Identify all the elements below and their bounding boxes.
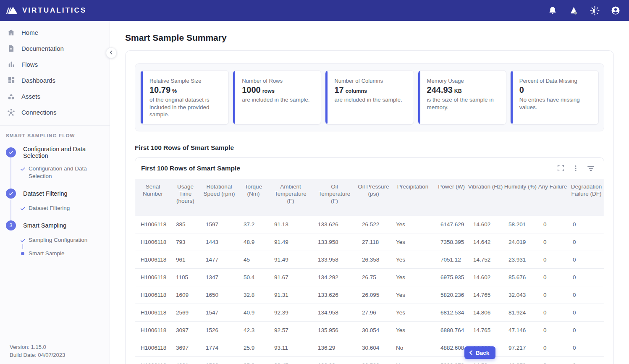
grid-cell: 3097 — [170, 322, 200, 339]
grid-cell: 91.31 — [269, 286, 312, 304]
grid-row[interactable]: H1006118793144348.991.49133.95827.118Yes… — [135, 233, 604, 251]
flow-step-head[interactable]: Configuration and Data Selection — [6, 146, 105, 159]
grid-row[interactable]: H10061183097152642.392.57135.95630.054Ye… — [135, 322, 604, 339]
flow-step: Configuration and Data Selection Configu… — [6, 146, 105, 189]
system-status-icon[interactable] — [569, 5, 579, 16]
grid-cell: 25.8 — [238, 357, 269, 364]
grid-cell: 0 — [567, 322, 604, 339]
grid-row[interactable]: H10061181105134750.491.67134.29226.75Yes… — [135, 269, 604, 286]
grid-cell: 0 — [567, 269, 604, 286]
grid-column-header[interactable]: Degradation Failure (DF) — [567, 179, 604, 216]
shapes-icon — [7, 92, 16, 101]
fullscreen-icon[interactable] — [556, 164, 565, 173]
grid-cell: 0 — [567, 286, 604, 304]
grid-column-header[interactable]: Power (W) — [435, 179, 468, 216]
sidebar-item-home[interactable]: Home — [0, 24, 110, 40]
stat-accent-bar — [511, 71, 513, 124]
step-check-icon — [6, 189, 16, 199]
flow-substep[interactable]: Smart Sample — [19, 250, 105, 257]
flow-substep[interactable]: Dataset Filtering — [19, 204, 105, 212]
stat-unit: columns — [346, 88, 367, 94]
grid-cell: 2569 — [170, 304, 200, 322]
substep-check-icon — [19, 205, 26, 212]
grid-cell: 42.3 — [238, 322, 269, 339]
grid-cell: 26.095 — [356, 286, 391, 304]
grid-cell: 6147.629 — [435, 216, 468, 233]
grid-column-header[interactable]: Oil Pressure (psi) — [356, 179, 391, 216]
grid-column-header[interactable]: Usage Time (hours) — [170, 179, 200, 216]
stat-accent-bar — [141, 71, 143, 124]
stat-value: 10.79 — [149, 85, 170, 95]
grid-row[interactable]: H10061183697177425.993.11136.2930.604No4… — [135, 339, 604, 357]
back-button[interactable]: Back — [464, 346, 495, 359]
flow-substep[interactable]: Sampling Configuration — [19, 236, 105, 244]
grid-cell: Yes — [391, 251, 435, 269]
sidebar-item-documentation[interactable]: Documentation — [0, 40, 110, 56]
grid-cell: 5820.236 — [435, 286, 468, 304]
table-section-heading: First 100 Rows of Smart Sample — [135, 144, 604, 152]
grid-cell: 0 — [567, 304, 604, 322]
grid-column-header[interactable]: Vibration (Hz) — [468, 179, 503, 216]
grid-column-header[interactable]: Any Failure — [538, 179, 567, 216]
version-text: Version: 1.15.0 — [10, 343, 65, 351]
grid-column-header[interactable]: Precipitation — [391, 179, 435, 216]
chevron-left-icon — [469, 350, 473, 355]
sidebar-item-dashboards[interactable]: Dashboards — [0, 72, 110, 88]
grid-cell: 81.924 — [503, 304, 538, 322]
hub-icon — [7, 108, 16, 117]
grid-cell: 0 — [538, 286, 567, 304]
sidebar-item-assets[interactable]: Assets — [0, 88, 110, 104]
stat-value: 17 — [334, 85, 343, 95]
grid-cell: Yes — [391, 233, 435, 251]
grid-row[interactable]: H10061181609165032.891.31133.62626.095Ye… — [135, 286, 604, 304]
grid-cell: 6812.534 — [435, 304, 468, 322]
notifications-icon[interactable] — [548, 5, 558, 16]
flow-step-label: Smart Sampling — [23, 222, 66, 229]
more-vert-icon[interactable] — [571, 164, 580, 173]
sidebar-item-flows[interactable]: Flows — [0, 56, 110, 72]
grid-cell: 25.9 — [238, 339, 269, 357]
virtualitics-logo[interactable]: VIRTUALITICS — [6, 5, 86, 16]
sidebar-collapse-button[interactable] — [106, 47, 117, 58]
grid-cell: 24.019 — [503, 233, 538, 251]
grid-cell: 0 — [538, 357, 567, 364]
stat-value: 1000 — [242, 85, 261, 95]
grid-column-header[interactable]: Torque (Nm) — [238, 179, 269, 216]
grid-cell: H1006118 — [135, 269, 170, 286]
filter-icon[interactable] — [586, 164, 595, 173]
sidebar: HomeDocumentationFlowsDashboardsAssetsCo… — [0, 21, 110, 364]
grid-row[interactable]: H100611896114774591.49133.95826.358Yes70… — [135, 251, 604, 269]
stat-description: are included in the sample. — [334, 96, 406, 104]
grid-cell: 40.9 — [238, 304, 269, 322]
grid-cell: 3697 — [170, 339, 200, 357]
account-icon[interactable] — [611, 5, 621, 16]
sidebar-item-label: Home — [21, 29, 38, 36]
stat-card: Number of Rows 1000rows are included in … — [233, 70, 321, 125]
stat-label: Relative Sample Size — [149, 78, 222, 84]
grid-row[interactable]: H1006118385159737.291.13133.62626.522Yes… — [135, 216, 604, 233]
grid-cell: 14.642 — [468, 233, 503, 251]
grid-column-header[interactable]: Ambient Temperature (F) — [269, 179, 312, 216]
grid-column-header[interactable]: Humidity (%) — [503, 179, 538, 216]
grid-row[interactable]: H10061184001156625.893.47136.0930.583No5… — [135, 357, 604, 364]
grid-row[interactable]: H10061182569154740.992.39134.95827.96Yes… — [135, 304, 604, 322]
logo-triangle-icon — [6, 5, 18, 16]
grid-cell: 32.043 — [503, 286, 538, 304]
flow-step-head[interactable]: Dataset Filtering — [6, 189, 105, 199]
grid-column-header[interactable]: Oil Temperature (F) — [312, 179, 356, 216]
stats-panel: Relative Sample Size 10.79% of the origi… — [135, 63, 604, 131]
grid-column-header[interactable]: Serial Number — [135, 179, 170, 216]
grid-cell: 27.96 — [356, 304, 391, 322]
sidebar-item-connections[interactable]: Connections — [0, 104, 110, 120]
theme-toggle-icon[interactable] — [590, 5, 600, 16]
flow-substeps: Configuration and Data Selection — [6, 159, 105, 180]
flow-substep[interactable]: Configuration and Data Selection — [19, 165, 105, 180]
home-icon — [7, 28, 16, 37]
table-toolbar — [556, 164, 595, 173]
grid-cell: 91.49 — [269, 251, 312, 269]
flow-step-head[interactable]: 3 Smart Sampling — [6, 220, 105, 230]
grid-column-header[interactable]: Rotational Speed (rpm) — [200, 179, 238, 216]
grid-cell: 0 — [538, 304, 567, 322]
bar-chart-icon — [7, 60, 16, 69]
grid-cell: 14.765 — [468, 322, 503, 339]
